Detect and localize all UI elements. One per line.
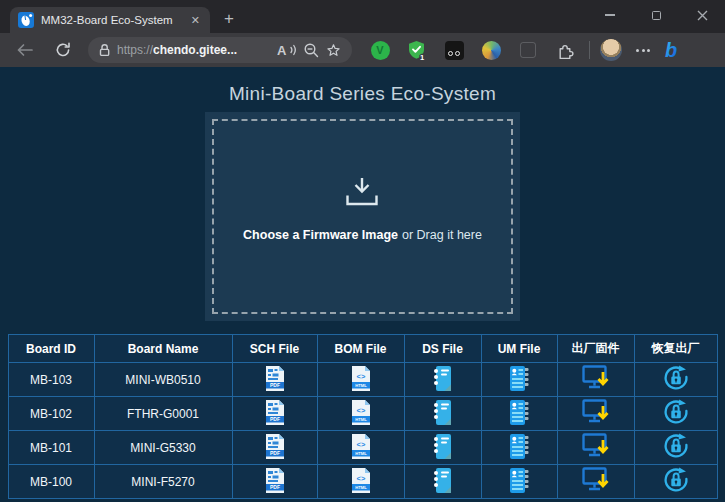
cell-board-id: MB-100 [8, 465, 94, 499]
cell-board-name: FTHR-G0001 [94, 397, 232, 431]
sch-pdf-file-icon[interactable]: PDF [264, 433, 286, 460]
table-header-row: Board ID Board Name SCH File BOM File DS… [8, 335, 717, 363]
extension-badge: 1 [420, 53, 424, 61]
dark-goggles-extension-icon[interactable] [444, 40, 464, 60]
profile-avatar[interactable] [600, 39, 622, 61]
svg-text:PDF: PDF [270, 416, 280, 422]
svg-text:<>: <> [356, 440, 365, 449]
drag-here-label: or Drag it here [402, 228, 482, 242]
svg-text:HTML: HTML [355, 485, 367, 490]
maximize-button[interactable] [633, 0, 679, 30]
minimize-icon [605, 14, 615, 16]
svg-text:HTML: HTML [355, 451, 367, 456]
sch-pdf-file-icon[interactable]: PDF [264, 467, 286, 494]
header-um-file: UM File [481, 335, 557, 363]
extensions-area: V 1 [370, 40, 575, 60]
shield-check-icon: 1 [407, 40, 427, 61]
cell-board-name: MINI-F5270 [94, 465, 232, 499]
colorful-ball-extension-icon[interactable] [481, 40, 501, 60]
disabled-extension-icon[interactable] [518, 40, 538, 60]
cell-board-name: MINI-WB0510 [94, 363, 232, 397]
ds-notebook-icon[interactable] [432, 433, 454, 460]
window-controls [587, 0, 725, 30]
factory-reset-lock-icon[interactable] [663, 399, 689, 425]
svg-text:<>: <> [356, 406, 365, 415]
close-icon [697, 10, 708, 21]
web-page: Mini-Board Series Eco-System Choose a Fi… [0, 67, 725, 502]
factory-firmware-download-icon[interactable] [582, 399, 610, 425]
bom-html-file-icon[interactable]: <> HTML [350, 399, 372, 426]
table-row: MB-102 FTHR-G0001 PDF <> HTML [8, 397, 717, 431]
bom-html-file-icon[interactable]: <> HTML [350, 365, 372, 392]
cell-board-id: MB-101 [8, 431, 94, 465]
minimize-button[interactable] [587, 0, 633, 30]
green-circle-extension-icon[interactable]: V [370, 40, 390, 60]
svg-text:<>: <> [356, 474, 365, 483]
close-button[interactable] [679, 0, 725, 30]
svg-text:HTML: HTML [355, 417, 367, 422]
browser-window: MM32-Board Eco-System ✕ + [0, 0, 725, 502]
header-factory-firmware: 出厂固件 [557, 335, 634, 363]
url-scheme: https:// [117, 43, 153, 57]
factory-reset-lock-icon[interactable] [663, 365, 689, 391]
extensions-puzzle-icon[interactable] [555, 40, 575, 60]
um-addressbook-icon[interactable] [508, 365, 530, 392]
ds-notebook-icon[interactable] [432, 467, 454, 494]
tab-bar: MM32-Board Eco-System ✕ + [0, 0, 725, 33]
factory-reset-lock-icon[interactable] [663, 467, 689, 493]
header-ds-file: DS File [404, 335, 481, 363]
page-title: Mini-Board Series Eco-System [229, 83, 496, 105]
sch-pdf-file-icon[interactable]: PDF [264, 399, 286, 426]
shield-check-extension-icon[interactable]: 1 [407, 40, 427, 60]
factory-firmware-download-icon[interactable] [582, 365, 610, 391]
svg-text:A: A [277, 43, 287, 57]
factory-firmware-download-icon[interactable] [582, 433, 610, 459]
table-row: MB-101 MINI-G5330 PDF <> HTML [8, 431, 717, 465]
ds-notebook-icon[interactable] [432, 365, 454, 392]
url-host: chendo.gitee... [153, 43, 237, 57]
header-board-id: Board ID [8, 335, 94, 363]
firmware-dropzone[interactable]: Choose a Firmware Imageor Drag it here [212, 119, 513, 314]
tab-title: MM32-Board Eco-System [41, 14, 182, 26]
tab-close-icon[interactable]: ✕ [189, 13, 202, 28]
table-row: MB-100 MINI-F5270 PDF <> HTML [8, 465, 717, 499]
back-button[interactable] [12, 37, 38, 63]
toolbar-divider [589, 41, 590, 59]
table-row: MB-103 MINI-WB0510 PDF <> HTML [8, 363, 717, 397]
header-factory-reset: 恢复出厂 [634, 335, 717, 363]
read-aloud-icon[interactable]: A [277, 43, 297, 57]
copilot-icon[interactable]: b [660, 38, 684, 62]
settings-menu-button[interactable] [636, 49, 650, 52]
choose-firmware-label[interactable]: Choose a Firmware Image [243, 228, 398, 242]
cell-board-id: MB-103 [8, 363, 94, 397]
zoom-out-icon[interactable] [304, 43, 319, 58]
bom-html-file-icon[interactable]: <> HTML [350, 433, 372, 460]
header-board-name: Board Name [94, 335, 232, 363]
site-favicon-icon [18, 12, 34, 28]
back-icon [16, 43, 34, 57]
svg-text:HTML: HTML [355, 383, 367, 388]
url-text: https://chendo.gitee... [117, 43, 270, 57]
factory-reset-lock-icon[interactable] [663, 433, 689, 459]
download-tray-icon [342, 175, 382, 208]
ds-notebook-icon[interactable] [432, 399, 454, 426]
favorites-star-icon[interactable] [326, 43, 341, 57]
sch-pdf-file-icon[interactable]: PDF [264, 365, 286, 392]
refresh-button[interactable] [50, 37, 76, 63]
address-bar[interactable]: https://chendo.gitee... A [88, 37, 352, 63]
svg-text:PDF: PDF [270, 450, 280, 456]
um-addressbook-icon[interactable] [508, 433, 530, 460]
um-addressbook-icon[interactable] [508, 399, 530, 426]
upload-panel: Choose a Firmware Imageor Drag it here [205, 112, 520, 321]
cell-board-id: MB-102 [8, 397, 94, 431]
factory-firmware-download-icon[interactable] [582, 467, 610, 493]
header-sch-file: SCH File [232, 335, 317, 363]
new-tab-button[interactable]: + [224, 10, 234, 27]
um-addressbook-icon[interactable] [508, 467, 530, 494]
browser-tab[interactable]: MM32-Board Eco-System ✕ [10, 7, 210, 33]
refresh-icon [55, 42, 71, 58]
svg-text:<>: <> [356, 372, 365, 381]
header-bom-file: BOM File [317, 335, 404, 363]
bom-html-file-icon[interactable]: <> HTML [350, 467, 372, 494]
maximize-icon [652, 11, 661, 20]
